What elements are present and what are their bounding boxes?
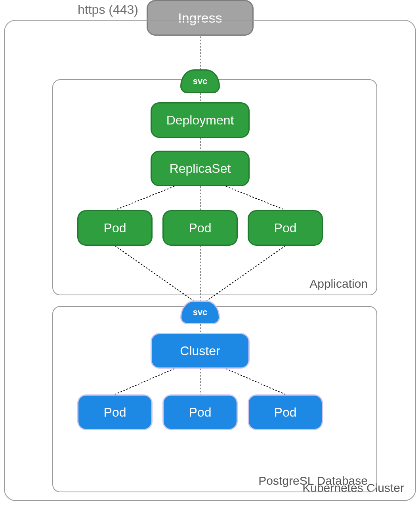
db-pod-node-2: Pod: [162, 394, 238, 430]
protocol-label: https (443): [78, 2, 138, 17]
app-pod-label-1: Pod: [104, 221, 126, 235]
app-pod-node-2: Pod: [162, 210, 238, 246]
app-pod-label-3: Pod: [274, 221, 297, 235]
app-svc-node: svc: [180, 69, 220, 93]
db-pod-node-1: Pod: [77, 394, 153, 430]
db-pod-node-3: Pod: [248, 394, 323, 430]
db-pod-label-3: Pod: [274, 405, 297, 420]
deployment-node: Deployment: [151, 102, 250, 138]
db-cluster-label: Cluster: [180, 344, 220, 358]
app-pod-node-1: Pod: [77, 210, 153, 246]
app-pod-label-2: Pod: [189, 221, 212, 235]
database-label: PostgreSL Database: [258, 474, 368, 488]
db-pod-label-1: Pod: [104, 405, 126, 420]
application-label: Application: [309, 277, 368, 291]
app-svc-label: svc: [193, 76, 208, 86]
db-cluster-node: Cluster: [151, 333, 250, 369]
app-pod-node-3: Pod: [248, 210, 323, 246]
deployment-label: Deployment: [166, 113, 234, 128]
db-svc-label: svc: [193, 307, 208, 318]
db-pod-label-2: Pod: [189, 405, 212, 420]
db-svc-node: svc: [180, 300, 220, 324]
replicaset-label: ReplicaSet: [170, 161, 231, 176]
diagram-stage: https (443) Ingress Kubernetes Cluster A…: [0, 0, 420, 505]
replicaset-node: ReplicaSet: [151, 151, 250, 186]
